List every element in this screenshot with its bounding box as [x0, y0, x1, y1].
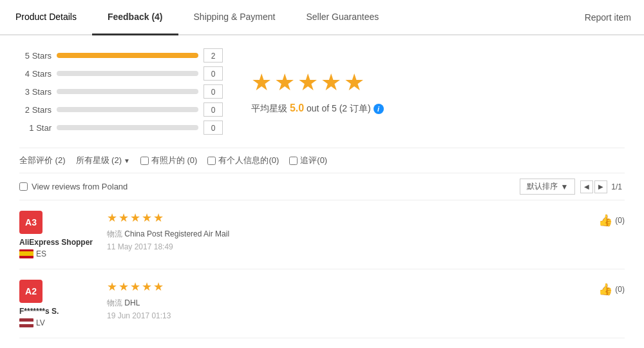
review-item: A3 AliExpress Shopper ES ★★★★★ 物流 China … [19, 200, 625, 269]
review-star: ★ [142, 211, 152, 225]
reviewer-avatar: A2 [19, 280, 43, 303]
review-stars: ★★★★★ [107, 280, 588, 294]
star-bar-row: 4 Stars 0 [19, 66, 225, 81]
thumbs-up-button[interactable]: 👍 (0) [598, 213, 625, 227]
shipping-method: China Post Registered Air Mail [124, 229, 229, 238]
bar-track [57, 53, 198, 58]
filter-with-photos[interactable]: 有照片的 (0) [140, 155, 198, 166]
bar-count: 0 [204, 84, 223, 99]
shipping-label: 物流 [107, 229, 124, 238]
filter-all-stars-label: 所有星级 (2) [76, 155, 122, 166]
bar-count: 2 [204, 48, 223, 63]
sort-pagination: 默认排序 ▼ ◀ ▶ 1/1 [520, 179, 625, 195]
chevron-down-icon: ▼ [124, 157, 130, 164]
bar-track [57, 89, 198, 94]
sort-label: 默认排序 [527, 181, 558, 192]
reviewer-info: A2 F*******s S. LV [19, 280, 97, 327]
star-bar-label: 1 Star [19, 123, 52, 133]
star-bar-label: 2 Stars [19, 105, 52, 115]
filter-with-personal-checkbox[interactable] [207, 157, 216, 165]
filter-followup-checkbox[interactable] [289, 157, 298, 165]
rating-summary: ★ ★ ★ ★ ★ 平均星级 5.0 out of 5 (2 订单) i [251, 48, 384, 135]
review-star: ★ [130, 280, 140, 294]
review-item: A2 F*******s S. LV ★★★★★ 物流 DHL 19 Jun 2… [19, 269, 625, 338]
review-date: 11 May 2017 18:49 [107, 242, 588, 251]
bar-track [57, 107, 198, 112]
rating-prefix: 平均星级 [251, 103, 287, 113]
review-shipping: 物流 DHL [107, 298, 588, 309]
bar-count: 0 [204, 121, 223, 135]
big-star-4: ★ [321, 69, 341, 96]
review-thumbs: 👍 (0) [598, 211, 625, 258]
big-star-5: ★ [344, 69, 365, 96]
reviewer-country: ES [19, 249, 97, 258]
reviewer-country: LV [19, 318, 97, 327]
bar-count: 0 [204, 102, 223, 117]
rating-out-of: 5 [332, 103, 337, 113]
filter-with-photos-checkbox[interactable] [140, 157, 149, 165]
review-date: 19 Jun 2017 01:13 [107, 311, 588, 320]
view-from-text: View reviews from Poland [32, 182, 128, 191]
rating-orders: (2 订单) [339, 103, 371, 113]
review-star: ★ [153, 280, 164, 294]
filter-all-reviews[interactable]: 全部评价 (2) [19, 155, 66, 166]
review-thumbs: 👍 (0) [598, 280, 625, 327]
rating-text: 平均星级 5.0 out of 5 (2 订单) i [251, 102, 384, 115]
sort-chevron-icon: ▼ [560, 182, 568, 191]
tabs-bar: Product Details Feedback (4) Shipping & … [0, 0, 644, 35]
filter-bar: 全部评价 (2) 所有星级 (2) ▼ 有照片的 (0) 有个人信息的(0) 追… [19, 148, 625, 173]
next-page-button[interactable]: ▶ [594, 180, 607, 193]
bar-track [57, 125, 198, 130]
country-code: ES [36, 249, 46, 258]
thumbs-up-icon: 👍 [598, 213, 612, 227]
info-icon[interactable]: i [374, 104, 384, 114]
view-from-label[interactable]: View reviews from Poland [19, 182, 128, 191]
bar-fill [57, 53, 198, 58]
tab-feedback[interactable]: Feedback (4) [92, 0, 178, 35]
star-bar-row: 3 Stars 0 [19, 84, 225, 99]
review-stars: ★★★★★ [107, 211, 588, 225]
star-bar-label: 4 Stars [19, 69, 52, 79]
tab-shipping[interactable]: Shipping & Payment [178, 0, 291, 35]
thumbs-up-button[interactable]: 👍 (0) [598, 282, 625, 296]
review-star: ★ [107, 211, 117, 225]
pagination: ◀ ▶ 1/1 [580, 180, 625, 193]
star-bar-row: 2 Stars 0 [19, 102, 225, 117]
country-code: LV [36, 318, 45, 327]
filter-followup-label: 追评(0) [300, 155, 327, 166]
view-from-checkbox[interactable] [19, 182, 28, 191]
reviewer-avatar: A3 [19, 211, 43, 234]
prev-page-button[interactable]: ◀ [580, 180, 593, 193]
reviewer-name: F*******s S. [19, 307, 97, 316]
big-stars: ★ ★ ★ ★ ★ [251, 69, 384, 96]
sort-button[interactable]: 默认排序 ▼ [520, 179, 575, 195]
review-content: ★★★★★ 物流 DHL 19 Jun 2017 01:13 [107, 280, 588, 327]
review-star: ★ [153, 211, 164, 225]
flag-icon [19, 318, 33, 327]
review-star: ★ [107, 280, 117, 294]
star-bar-row: 1 Star 0 [19, 121, 225, 135]
star-bar-row: 5 Stars 2 [19, 48, 225, 63]
thumbs-count: (0) [615, 285, 625, 294]
review-star: ★ [118, 280, 129, 294]
filter-followup[interactable]: 追评(0) [289, 155, 327, 166]
big-star-3: ★ [298, 69, 318, 96]
tab-seller[interactable]: Seller Guarantees [290, 0, 394, 35]
bar-count: 0 [204, 66, 223, 81]
thumbs-count: (0) [615, 216, 625, 225]
filter-with-personal[interactable]: 有个人信息的(0) [207, 155, 279, 166]
reviewer-info: A3 AliExpress Shopper ES [19, 211, 97, 258]
tab-product-details[interactable]: Product Details [0, 0, 92, 35]
bar-track [57, 71, 198, 76]
review-shipping: 物流 China Post Registered Air Mail [107, 229, 588, 240]
big-star-2: ★ [274, 69, 295, 96]
view-from-row: View reviews from Poland 默认排序 ▼ ◀ ▶ 1/1 [19, 173, 625, 200]
shipping-label: 物流 [107, 298, 124, 307]
review-star: ★ [118, 211, 129, 225]
tab-spacer [394, 0, 571, 34]
report-item-button[interactable]: Report item [572, 1, 644, 34]
review-content: ★★★★★ 物流 China Post Registered Air Mail … [107, 211, 588, 258]
thumbs-up-icon: 👍 [598, 282, 612, 296]
main-content: 5 Stars 2 4 Stars 0 3 Stars 0 2 Stars 0 [0, 35, 644, 348]
filter-all-stars-dropdown[interactable]: 所有星级 (2) ▼ [76, 155, 130, 166]
